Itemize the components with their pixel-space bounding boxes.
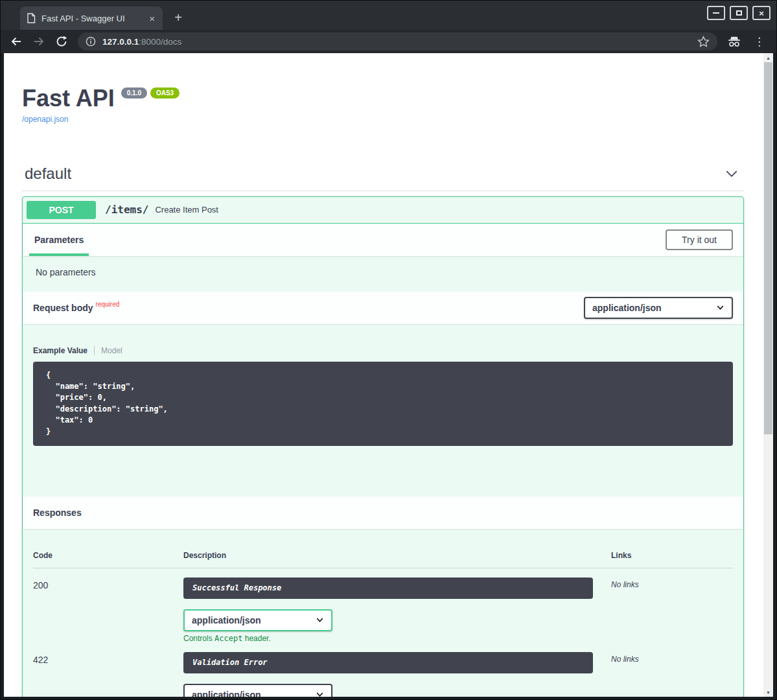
openapi-spec-link[interactable]: /openapi.json — [22, 115, 68, 124]
opblock-summary[interactable]: POST /items/ Create Item Post — [23, 197, 743, 224]
accept-note-suffix: header. — [242, 634, 270, 643]
browser-tab[interactable]: Fast API - Swagger UI × — [20, 6, 163, 30]
col-code: Code — [33, 551, 183, 560]
new-tab-button[interactable]: + — [170, 10, 186, 25]
no-parameters-message: No parameters — [23, 256, 743, 292]
tab-close-icon[interactable]: × — [148, 14, 156, 23]
tab-divider — [94, 346, 95, 355]
reload-button-icon[interactable] — [55, 35, 68, 48]
back-button-icon[interactable] — [10, 35, 23, 48]
url-path: :8000/docs — [139, 37, 181, 47]
responses-table: Code Description Links 200 Successful Re… — [23, 529, 743, 697]
close-window-icon: × — [759, 8, 764, 18]
select-chevron-icon — [316, 616, 324, 624]
response-description-cell: Validation Error application/json — [183, 652, 611, 697]
page-favicon-icon — [27, 13, 36, 23]
request-body-label: Request body — [33, 303, 93, 313]
request-body-media-type-select[interactable]: application/json — [584, 297, 733, 319]
incognito-icon — [727, 35, 741, 48]
tag-name: default — [25, 165, 71, 183]
accept-header-note: Controls Accept header. — [183, 634, 611, 643]
page-content: Fast API 0.1.0 OAS3 /openapi.json defaul… — [4, 53, 773, 697]
response-media-type-select-200[interactable]: application/json — [183, 609, 332, 631]
accept-note-prefix: Controls — [183, 634, 215, 643]
responses-title: Responses — [33, 508, 82, 518]
oas3-badge: OAS3 — [150, 88, 180, 99]
tag-section-header[interactable]: default — [22, 161, 744, 191]
parameters-header: Parameters Try it out — [23, 224, 743, 256]
scroll-down-icon[interactable]: ▼ — [763, 688, 773, 697]
response-code: 422 — [33, 652, 183, 665]
opblock-post-items: POST /items/ Create Item Post Parameters… — [22, 196, 744, 697]
tab-example-value[interactable]: Example Value — [33, 346, 87, 355]
scrollbar[interactable]: ▲ ▼ — [763, 53, 773, 697]
response-media-type-select-422[interactable]: application/json — [183, 684, 332, 697]
request-body-example-code[interactable]: { "name": "string", "price": 0, "descrip… — [33, 362, 733, 446]
browser-window: Fast API - Swagger UI × + × — [0, 0, 777, 700]
select-chevron-icon — [716, 303, 725, 312]
tab-model[interactable]: Model — [101, 346, 122, 355]
window-controls: × — [707, 6, 771, 20]
col-description: Description — [183, 551, 611, 560]
request-body-header: Request bodyrequired application/json — [23, 292, 743, 324]
minimize-icon — [713, 12, 719, 14]
version-badge: 0.1.0 — [121, 88, 147, 99]
http-method-badge: POST — [27, 201, 96, 219]
api-title: Fast API — [22, 86, 115, 111]
maximize-button[interactable] — [730, 6, 748, 20]
response-row-422: 422 Validation Error application/json — [33, 643, 733, 697]
minimize-button[interactable] — [707, 6, 725, 20]
response-code: 200 — [33, 578, 183, 590]
site-info-icon[interactable] — [86, 36, 96, 47]
accept-note-code: Accept — [215, 634, 242, 643]
response-description-text: Validation Error — [192, 658, 268, 667]
response-links: No links — [611, 652, 733, 664]
response-description-text: Successful Response — [192, 583, 281, 592]
response-media-type-value-422: application/json — [192, 690, 261, 697]
browser-menu-icon[interactable]: ⋮ — [751, 35, 767, 49]
request-body-example: Example Value Model { "name": "string", … — [23, 324, 743, 496]
responses-header: Responses — [23, 496, 743, 529]
url-host: 127.0.0.1 — [102, 37, 139, 47]
response-description: Validation Error — [183, 652, 593, 673]
example-model-tabs: Example Value Model — [33, 346, 733, 355]
response-description-cell: Successful Response application/json Con… — [183, 578, 611, 643]
bookmark-star-icon[interactable] — [697, 36, 710, 48]
forward-button-icon[interactable] — [32, 35, 45, 48]
select-chevron-icon — [316, 690, 324, 697]
response-description: Successful Response — [183, 578, 593, 599]
url-bar[interactable]: 127.0.0.1:8000/docs — [78, 32, 717, 51]
response-media-type-value-200: application/json — [192, 615, 261, 625]
responses-table-head: Code Description Links — [33, 535, 733, 568]
request-body-media-type-value: application/json — [592, 303, 662, 313]
titlebar: Fast API - Swagger UI × + × — [1, 1, 776, 30]
required-label: required — [96, 301, 120, 308]
close-window-button[interactable]: × — [752, 6, 771, 20]
browser-toolbar: 127.0.0.1:8000/docs ⋮ — [1, 30, 776, 53]
tab-title: Fast API - Swagger UI — [41, 14, 142, 23]
chevron-down-icon[interactable] — [725, 167, 739, 181]
col-links: Links — [611, 551, 733, 560]
operation-summary: Create Item Post — [155, 205, 218, 215]
scrollbar-thumb[interactable] — [764, 62, 772, 434]
operation-path: /items/ — [102, 204, 148, 216]
tab-parameters[interactable]: Parameters — [33, 235, 85, 245]
scroll-up-icon[interactable]: ▲ — [763, 53, 773, 62]
api-info: Fast API 0.1.0 OAS3 /openapi.json — [22, 53, 744, 124]
try-it-out-button[interactable]: Try it out — [666, 229, 733, 250]
response-row-200: 200 Successful Response application/json — [33, 568, 733, 643]
maximize-icon — [736, 10, 742, 16]
url-text[interactable]: 127.0.0.1:8000/docs — [102, 37, 691, 47]
response-links: No links — [611, 578, 733, 589]
